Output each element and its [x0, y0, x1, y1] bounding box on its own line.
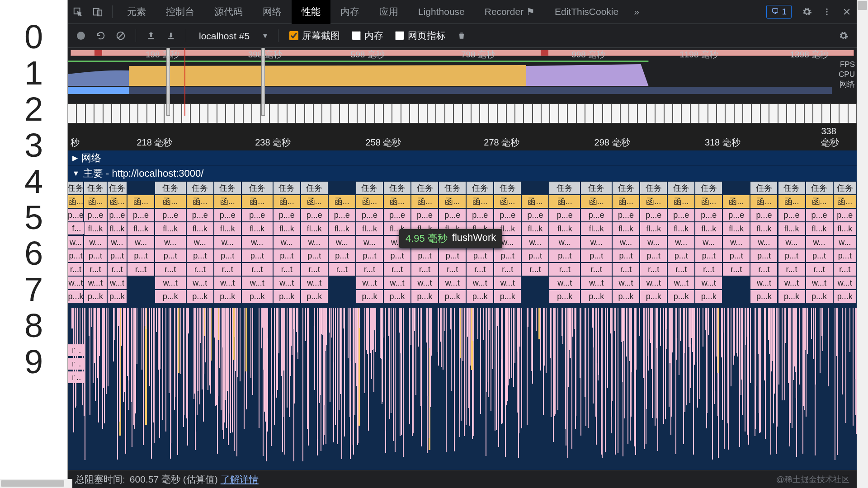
flame-frame[interactable]: p...t — [127, 249, 155, 263]
flame-frame[interactable]: 任务 — [750, 181, 778, 195]
flame-frame[interactable]: w...t — [107, 276, 127, 290]
flame-frame[interactable]: f... — [68, 222, 85, 235]
flame-frame[interactable]: w...t — [411, 276, 439, 290]
flame-frame[interactable]: 任务 — [301, 181, 328, 195]
flame-frame[interactable]: r...t — [301, 263, 328, 276]
flame-frame[interactable]: p...e — [356, 208, 383, 222]
flame-frame[interactable]: w...t — [356, 276, 383, 290]
flame-frame[interactable]: fl...k — [750, 222, 778, 235]
flame-frame[interactable]: p...k — [612, 290, 640, 303]
screenshot-thumbnail[interactable] — [839, 103, 848, 123]
flame-frame[interactable]: p...t — [68, 249, 84, 263]
screenshot-thumbnail[interactable] — [173, 103, 182, 123]
flame-frame[interactable]: w...t — [750, 276, 778, 290]
flame-frame[interactable]: p...k — [383, 290, 411, 303]
flame-frame[interactable]: r...t — [722, 263, 750, 276]
screenshot-thumbnail[interactable] — [690, 103, 699, 123]
flame-frame[interactable]: 任务 — [241, 181, 273, 195]
webvitals-checkbox[interactable]: 网页指标 — [395, 29, 446, 42]
flame-frame[interactable]: 任务 — [806, 181, 833, 195]
screenshot-thumbnail[interactable] — [392, 103, 401, 123]
flame-frame[interactable]: r...t — [549, 263, 580, 276]
flame-frame[interactable]: 函... — [549, 195, 580, 208]
flame-frame[interactable]: w...t — [466, 276, 494, 290]
flame-frame[interactable]: 函... — [84, 195, 107, 208]
screenshot-thumbnail[interactable] — [804, 103, 813, 123]
flame-frame[interactable]: p...t — [328, 249, 356, 263]
screenshot-thumbnail[interactable] — [559, 103, 567, 123]
flame-frame[interactable]: r...t — [214, 263, 241, 276]
flame-frame[interactable]: fl...k — [580, 222, 612, 235]
flame-frame[interactable]: p...e — [107, 208, 127, 222]
flame-frame[interactable]: w...t — [580, 276, 612, 290]
flame-frame[interactable]: fl...k — [640, 222, 667, 235]
flame-frame[interactable]: w... — [241, 235, 273, 249]
screenshot-thumbnail[interactable] — [655, 103, 664, 123]
flame-frame[interactable]: r...t — [806, 263, 833, 276]
screenshot-thumbnail[interactable] — [147, 103, 156, 123]
flame-frame[interactable]: p...t — [466, 249, 494, 263]
flame-frame[interactable]: p...e — [411, 208, 439, 222]
flame-frame[interactable]: p...k — [750, 290, 778, 303]
flame-frame[interactable]: p...t — [750, 249, 778, 263]
scrollbar-thumb[interactable] — [1, 480, 64, 487]
screenshot-thumbnail[interactable] — [331, 103, 340, 123]
flame-frame[interactable]: p...e — [439, 208, 466, 222]
flame-frame[interactable]: w... — [750, 235, 778, 249]
flame-frame[interactable]: 函... — [750, 195, 778, 208]
screenshot-thumbnail[interactable] — [419, 103, 427, 123]
flame-frame[interactable]: w...t — [241, 276, 273, 290]
flame-frame[interactable]: w...t — [214, 276, 241, 290]
screenshot-thumbnail[interactable] — [813, 103, 821, 123]
flame-frame[interactable]: p...t — [301, 249, 328, 263]
screenshot-thumbnail[interactable] — [453, 103, 462, 123]
issues-badge[interactable]: 1 — [766, 5, 792, 19]
flame-frame[interactable]: 函... — [466, 195, 494, 208]
screenshot-thumbnail[interactable] — [349, 103, 357, 123]
flame-frame[interactable]: r...t — [439, 263, 466, 276]
flame-frame[interactable]: w...t — [301, 276, 328, 290]
flame-frame[interactable]: p...t — [214, 249, 241, 263]
flame-frame[interactable]: fl...k — [273, 222, 301, 235]
tab-elements[interactable]: 元素 — [117, 0, 156, 24]
flame-frame[interactable]: p...e — [328, 208, 356, 222]
flame-frame[interactable]: p...k — [778, 290, 806, 303]
flame-frame[interactable]: p...t — [494, 249, 521, 263]
flame-frame[interactable]: p...t — [549, 249, 580, 263]
flame-frame[interactable]: 函... — [580, 195, 612, 208]
flame-frame[interactable]: 函... — [301, 195, 328, 208]
flame-frame[interactable]: p...e — [494, 208, 521, 222]
flame-frame[interactable]: r...t — [580, 263, 612, 276]
flame-frame[interactable]: w...t — [806, 276, 833, 290]
screenshot-thumbnail[interactable] — [138, 103, 146, 123]
screenshot-thumbnail[interactable] — [226, 103, 234, 123]
inspect-icon[interactable] — [68, 3, 88, 21]
flame-chart[interactable]: 任务任务任务任务任务任务任务任务任务任务任务任务任务任务任务任务任务任务任务任务… — [68, 181, 857, 470]
screenshot-thumbnail[interactable] — [629, 103, 637, 123]
flame-frame[interactable]: p...k — [439, 290, 466, 303]
flame-frame[interactable]: w... — [328, 235, 356, 249]
flame-frame[interactable]: 函... — [411, 195, 439, 208]
flame-frame[interactable]: p...k — [155, 290, 186, 303]
tab-lighthouse[interactable]: Lighthouse — [408, 0, 475, 24]
screenshot-thumbnail[interactable] — [357, 103, 366, 123]
screenshot-thumbnail[interactable] — [673, 103, 681, 123]
flame-frame[interactable]: 任务 — [778, 181, 806, 195]
flame-frame[interactable]: p...k — [107, 290, 127, 303]
flame-frame[interactable]: p...e — [155, 208, 186, 222]
flame-frame[interactable]: fl...k — [806, 222, 833, 235]
flame-frame[interactable]: p...e — [214, 208, 241, 222]
flame-frame[interactable]: p...e — [778, 208, 806, 222]
screenshot-thumbnail[interactable] — [410, 103, 418, 123]
flame-frame[interactable]: 函... — [640, 195, 667, 208]
screenshot-thumbnail[interactable] — [848, 103, 857, 123]
flame-frame[interactable]: 任务 — [186, 181, 214, 195]
flame-frame[interactable]: p...t — [667, 249, 695, 263]
flame-frame[interactable]: fl...k — [833, 222, 857, 235]
flame-frame[interactable]: r...t — [383, 263, 411, 276]
screenshot-thumbnail[interactable] — [787, 103, 795, 123]
flame-frame[interactable]: 函... — [155, 195, 186, 208]
tab-recorder[interactable]: Recorder ⚑ — [475, 0, 545, 24]
flame-frame[interactable]: p...t — [806, 249, 833, 263]
flame-frame[interactable]: p...k — [580, 290, 612, 303]
